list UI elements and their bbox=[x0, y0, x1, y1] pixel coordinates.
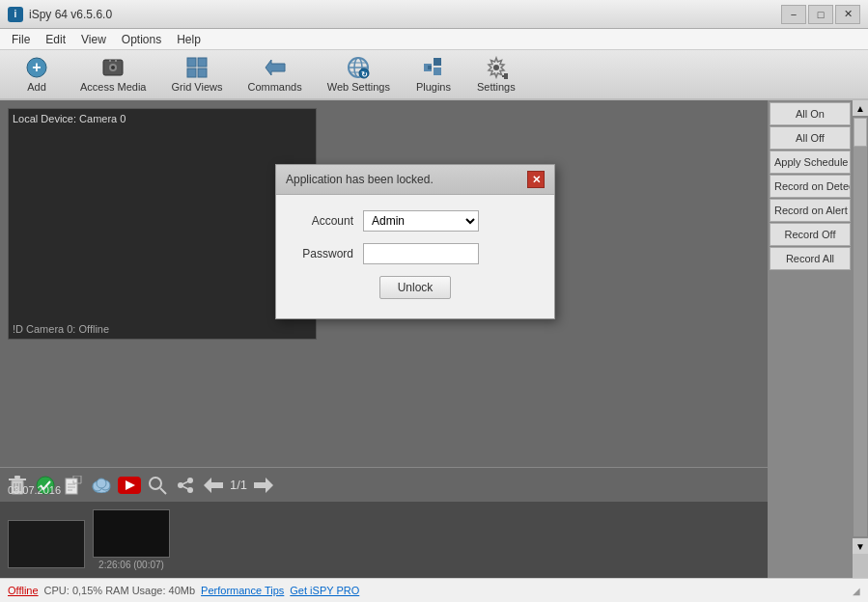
unlock-button[interactable]: Unlock bbox=[379, 276, 452, 299]
password-row: Password bbox=[295, 243, 535, 264]
password-input[interactable] bbox=[363, 243, 479, 264]
account-label: Account bbox=[295, 214, 363, 228]
lock-dialog-close-button[interactable]: ✕ bbox=[527, 171, 545, 188]
account-select[interactable]: Admin bbox=[363, 210, 479, 232]
lock-dialog-title-text: Application has been locked. bbox=[286, 173, 434, 186]
lock-dialog-body: Account Admin Password Unlock bbox=[276, 195, 554, 318]
lock-overlay: Application has been locked. ✕ Account A… bbox=[0, 0, 868, 602]
lock-dialog: Application has been locked. ✕ Account A… bbox=[275, 164, 555, 319]
account-row: Account Admin bbox=[295, 210, 535, 232]
unlock-btn-row: Unlock bbox=[295, 276, 535, 299]
password-label: Password bbox=[295, 247, 363, 260]
lock-dialog-title: Application has been locked. ✕ bbox=[276, 165, 554, 195]
